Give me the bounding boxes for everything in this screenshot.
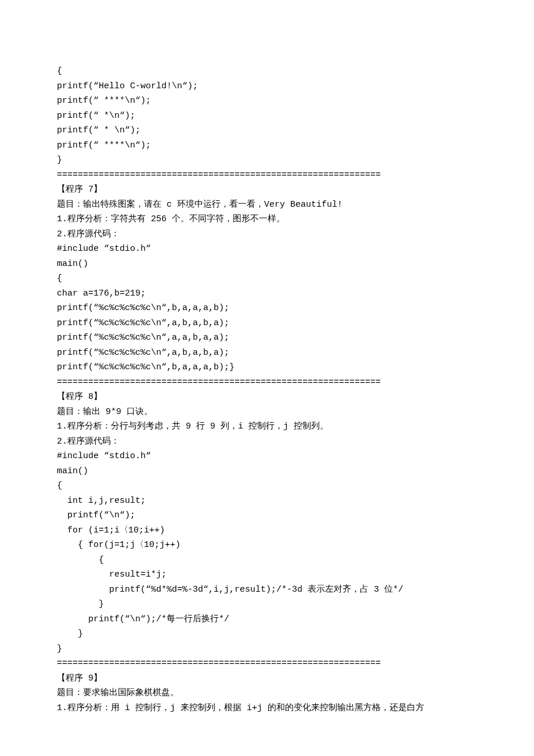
- code-line: {: [57, 553, 477, 568]
- code-line: printf(“ ****\n“);: [57, 93, 477, 109]
- code-line: printf(“ *\n“);: [57, 109, 477, 124]
- code-line: ========================================…: [57, 168, 477, 183]
- code-line: }: [57, 597, 477, 612]
- code-line: 1.程序分析：字符共有 256 个。不同字符，图形不一样。: [57, 212, 477, 227]
- code-line: {: [57, 271, 477, 286]
- code-line: 2.程序源代码：: [57, 434, 477, 449]
- code-line: main(): [57, 464, 477, 479]
- code-line: }: [57, 153, 477, 168]
- code-line: 【程序 7】: [57, 182, 477, 197]
- document-page: {printf(“Hello C-world!\n“);printf(“ ***…: [0, 0, 534, 756]
- code-line: char a=176,b=219;: [57, 286, 477, 301]
- code-line: printf(“%c%c%c%c%c\n“,a,b,a,b,a);: [57, 345, 477, 361]
- code-line: printf(“%c%c%c%c%c\n“,a,a,b,a,a);: [57, 330, 477, 345]
- code-line: printf(“\n“);/*每一行后换行*/: [57, 612, 477, 627]
- code-line: {: [57, 478, 477, 494]
- code-line: #include “stdio.h“: [57, 242, 477, 257]
- code-line: 【程序 8】: [57, 390, 477, 405]
- code-line: result=i*j;: [57, 567, 477, 582]
- code-line: printf(“\n“);: [57, 508, 477, 523]
- code-line: printf(“%d*%d=%-3d“,i,j,result);/*-3d 表示…: [57, 582, 477, 597]
- code-line: 2.程序源代码：: [57, 227, 477, 242]
- code-line: printf(“ * \n“);: [57, 123, 477, 138]
- code-line: 1.程序分析：分行与列考虑，共 9 行 9 列，i 控制行，j 控制列。: [57, 419, 477, 434]
- code-line: 题目：要求输出国际象棋棋盘。: [57, 686, 477, 701]
- code-line: printf(“ ****\n“);: [57, 138, 477, 153]
- code-line: ========================================…: [57, 375, 477, 390]
- code-line: 题目：输出 9*9 口诀。: [57, 405, 477, 420]
- code-line: {: [57, 64, 477, 79]
- code-line: #include “stdio.h“: [57, 449, 477, 464]
- code-line: 1.程序分析：用 i 控制行，j 来控制列，根据 i+j 的和的变化来控制输出黑…: [57, 701, 477, 716]
- code-line: { for(j=1;j〈10;j++): [57, 538, 477, 553]
- code-line: printf(“%c%c%c%c%c\n“,b,a,a,a,b);: [57, 301, 477, 316]
- code-line: printf(“%c%c%c%c%c\n“,a,b,a,b,a);: [57, 316, 477, 331]
- code-line: 题目：输出特殊图案，请在 c 环境中运行，看一看，Very Beautiful!: [57, 197, 477, 213]
- code-line: for (i=1;i〈10;i++): [57, 523, 477, 538]
- code-line: printf(“%c%c%c%c%c\n“,b,a,a,a,b);}: [57, 360, 477, 375]
- code-line: ========================================…: [57, 656, 477, 671]
- code-line: main(): [57, 257, 477, 272]
- code-line: }: [57, 627, 477, 642]
- code-line: int i,j,result;: [57, 494, 477, 509]
- code-line: 【程序 9】: [57, 671, 477, 686]
- code-line: printf(“Hello C-world!\n“);: [57, 79, 477, 94]
- code-line: }: [57, 642, 477, 657]
